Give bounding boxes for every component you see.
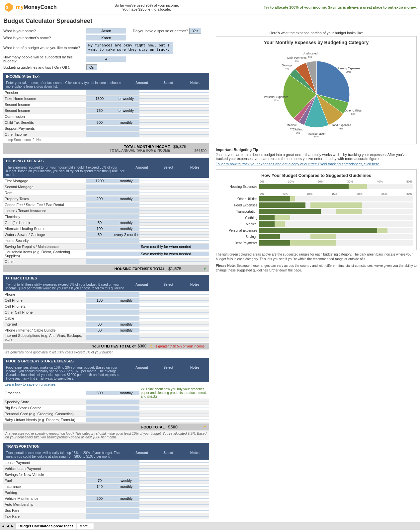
row-select-input[interactable] bbox=[113, 478, 139, 483]
row-amount-input[interactable] bbox=[86, 238, 113, 243]
row-select-input[interactable] bbox=[113, 244, 139, 249]
row-select-input[interactable] bbox=[113, 108, 139, 113]
row-select-input[interactable] bbox=[113, 214, 139, 219]
row-amount-input[interactable] bbox=[86, 496, 113, 501]
tab-budget-calculator[interactable]: Budget Calculator Spreadsheet bbox=[16, 523, 76, 529]
row-amount-input[interactable] bbox=[86, 298, 113, 303]
row-amount-input[interactable] bbox=[86, 244, 113, 249]
row-amount-input[interactable] bbox=[86, 478, 113, 483]
row-amount-input[interactable] bbox=[86, 252, 113, 256]
row-amount-input[interactable] bbox=[86, 490, 113, 495]
row-select-input[interactable] bbox=[113, 208, 139, 213]
row-select-input[interactable] bbox=[113, 114, 139, 119]
row-amount-input[interactable] bbox=[86, 335, 113, 340]
row-amount-input[interactable] bbox=[86, 108, 113, 113]
row-amount-input[interactable] bbox=[86, 292, 113, 297]
tab-more[interactable]: More... bbox=[77, 523, 94, 529]
row-select-input[interactable] bbox=[113, 322, 139, 327]
row-amount-input[interactable] bbox=[86, 417, 113, 422]
row-select-input[interactable] bbox=[113, 292, 139, 297]
row-select-input[interactable] bbox=[113, 417, 139, 422]
row-amount-input[interactable] bbox=[86, 232, 113, 237]
tab-nav-left[interactable]: ◄ ◄ ► bbox=[1, 524, 14, 528]
row-select-input[interactable] bbox=[113, 304, 139, 309]
row-select-input[interactable] bbox=[113, 96, 139, 101]
row-amount-input[interactable] bbox=[86, 102, 113, 107]
row-amount-input[interactable] bbox=[86, 220, 113, 225]
row-amount-input[interactable] bbox=[86, 472, 113, 477]
row-select-input[interactable] bbox=[113, 238, 139, 243]
row-select-input[interactable] bbox=[113, 502, 139, 507]
row-amount-input[interactable] bbox=[86, 304, 113, 309]
row-select-input[interactable] bbox=[113, 412, 139, 416]
row-select-input[interactable] bbox=[113, 472, 139, 477]
row-amount-input[interactable] bbox=[86, 96, 113, 101]
row-select-input[interactable] bbox=[113, 335, 139, 340]
row-select-input[interactable] bbox=[113, 328, 139, 333]
row-amount-input[interactable] bbox=[86, 322, 113, 327]
row-amount-input[interactable] bbox=[86, 185, 113, 189]
row-amount-input[interactable] bbox=[86, 310, 113, 315]
row-amount-input[interactable] bbox=[86, 400, 113, 404]
row-amount-input[interactable] bbox=[86, 179, 113, 183]
row-amount-input[interactable] bbox=[86, 90, 113, 95]
row-select-input[interactable] bbox=[113, 190, 139, 195]
row-select-input[interactable] bbox=[113, 120, 139, 125]
name-input[interactable] bbox=[86, 28, 126, 34]
guidelines-toggle[interactable]: On bbox=[86, 64, 97, 70]
row-select-input[interactable] bbox=[113, 496, 139, 501]
row-select-input[interactable] bbox=[113, 460, 139, 465]
row-amount-input[interactable] bbox=[86, 466, 113, 471]
row-amount-input[interactable] bbox=[86, 412, 113, 416]
row-select-input[interactable] bbox=[113, 232, 139, 237]
row-amount-input[interactable] bbox=[86, 226, 113, 231]
row-amount-input[interactable] bbox=[86, 190, 113, 195]
row-select-input[interactable] bbox=[113, 226, 139, 231]
row-select-input[interactable] bbox=[113, 252, 139, 256]
row-amount-input[interactable] bbox=[86, 126, 113, 131]
row-amount-input[interactable] bbox=[86, 328, 113, 333]
budget-type-input[interactable]: My finances are okay right now, but I wa… bbox=[86, 42, 173, 54]
row-select-input[interactable] bbox=[113, 406, 139, 410]
row-select-input[interactable] bbox=[113, 202, 139, 207]
row-amount-input[interactable] bbox=[86, 214, 113, 219]
spouse-yes-button[interactable]: Yes bbox=[189, 28, 201, 34]
row-amount-input[interactable] bbox=[86, 484, 113, 489]
row-select-input[interactable] bbox=[113, 316, 139, 321]
row-select-input[interactable] bbox=[113, 259, 139, 264]
household-input[interactable] bbox=[86, 56, 126, 62]
row-select-input[interactable] bbox=[113, 466, 139, 471]
row-select-input[interactable] bbox=[113, 298, 139, 303]
row-amount-input[interactable] bbox=[86, 259, 113, 264]
row-select-input[interactable] bbox=[113, 391, 139, 395]
row-amount-input[interactable] bbox=[86, 202, 113, 207]
row-amount-input[interactable] bbox=[86, 406, 113, 410]
food-learn-link[interactable]: Learn how to save on groceries bbox=[5, 382, 55, 386]
row-select-input[interactable] bbox=[113, 484, 139, 489]
row-select-input[interactable] bbox=[113, 102, 139, 107]
row-amount-input[interactable] bbox=[86, 208, 113, 213]
row-amount-input[interactable] bbox=[86, 120, 113, 125]
row-amount-input[interactable] bbox=[86, 114, 113, 119]
row-select-input[interactable] bbox=[113, 514, 139, 519]
row-amount-input[interactable] bbox=[86, 508, 113, 513]
row-select-input[interactable] bbox=[113, 310, 139, 315]
row-select-input[interactable] bbox=[113, 508, 139, 513]
row-amount-input[interactable] bbox=[86, 460, 113, 465]
row-amount-input[interactable] bbox=[86, 391, 113, 395]
row-amount-input[interactable] bbox=[86, 316, 113, 321]
row-amount-input[interactable] bbox=[86, 196, 113, 201]
row-select-input[interactable] bbox=[113, 179, 139, 183]
row-select-input[interactable] bbox=[113, 220, 139, 225]
row-select-input[interactable] bbox=[113, 196, 139, 201]
row-amount-input[interactable] bbox=[86, 502, 113, 507]
row-amount-input[interactable] bbox=[86, 514, 113, 519]
row-select-input[interactable] bbox=[113, 126, 139, 131]
row-select-input[interactable] bbox=[113, 490, 139, 495]
row-select-input[interactable] bbox=[113, 132, 139, 137]
tip-link[interactable]: To learn how to track your expenses and … bbox=[216, 162, 380, 166]
row-select-input[interactable] bbox=[113, 185, 139, 189]
partner-input[interactable] bbox=[86, 35, 126, 40]
row-amount-input[interactable] bbox=[86, 132, 113, 137]
row-select-input[interactable] bbox=[113, 90, 139, 95]
